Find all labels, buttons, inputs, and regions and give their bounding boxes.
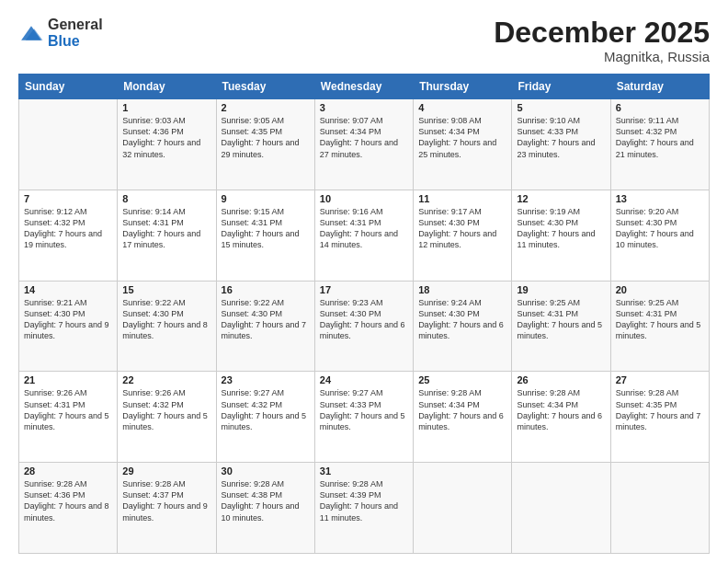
logo-text: General Blue bbox=[48, 17, 103, 49]
calendar-cell: 10Sunrise: 9:16 AMSunset: 4:31 PMDayligh… bbox=[314, 190, 413, 281]
logo-icon bbox=[18, 20, 44, 46]
calendar-cell bbox=[19, 99, 118, 190]
calendar-cell: 12Sunrise: 9:19 AMSunset: 4:30 PMDayligh… bbox=[512, 190, 610, 281]
month-title: December 2025 bbox=[494, 17, 710, 49]
calendar-cell: 31Sunrise: 9:28 AMSunset: 4:39 PMDayligh… bbox=[314, 463, 413, 554]
day-number: 5 bbox=[517, 102, 605, 113]
header-row: SundayMondayTuesdayWednesdayThursdayFrid… bbox=[19, 75, 710, 99]
calendar-cell: 3Sunrise: 9:07 AMSunset: 4:34 PMDaylight… bbox=[314, 99, 413, 190]
week-row-2: 7Sunrise: 9:12 AMSunset: 4:32 PMDaylight… bbox=[19, 190, 710, 281]
day-number: 31 bbox=[320, 465, 408, 477]
calendar-cell: 7Sunrise: 9:12 AMSunset: 4:32 PMDaylight… bbox=[19, 190, 118, 281]
day-info: Sunrise: 9:22 AMSunset: 4:30 PMDaylight:… bbox=[222, 297, 310, 342]
calendar-cell: 15Sunrise: 9:22 AMSunset: 4:30 PMDayligh… bbox=[118, 281, 216, 372]
day-info: Sunrise: 9:16 AMSunset: 4:31 PMDaylight:… bbox=[320, 206, 408, 251]
calendar-body: 1Sunrise: 9:03 AMSunset: 4:36 PMDaylight… bbox=[19, 99, 710, 554]
calendar-cell: 30Sunrise: 9:28 AMSunset: 4:38 PMDayligh… bbox=[216, 463, 314, 554]
day-info: Sunrise: 9:22 AMSunset: 4:30 PMDaylight:… bbox=[122, 297, 210, 342]
day-info: Sunrise: 9:26 AMSunset: 4:32 PMDaylight:… bbox=[122, 387, 210, 432]
day-info: Sunrise: 9:12 AMSunset: 4:32 PMDaylight:… bbox=[24, 206, 112, 251]
day-info: Sunrise: 9:26 AMSunset: 4:31 PMDaylight:… bbox=[24, 387, 112, 432]
day-number: 1 bbox=[122, 102, 210, 113]
calendar-cell: 20Sunrise: 9:25 AMSunset: 4:31 PMDayligh… bbox=[610, 281, 709, 372]
week-row-4: 21Sunrise: 9:26 AMSunset: 4:31 PMDayligh… bbox=[19, 372, 710, 463]
calendar-cell: 5Sunrise: 9:10 AMSunset: 4:33 PMDaylight… bbox=[512, 99, 610, 190]
calendar-table: SundayMondayTuesdayWednesdayThursdayFrid… bbox=[18, 74, 710, 554]
day-of-week-wednesday: Wednesday bbox=[314, 75, 413, 99]
logo: General Blue bbox=[18, 17, 103, 49]
day-number: 11 bbox=[418, 193, 506, 204]
day-number: 9 bbox=[222, 193, 310, 204]
day-info: Sunrise: 9:27 AMSunset: 4:32 PMDaylight:… bbox=[222, 387, 310, 432]
calendar-cell: 23Sunrise: 9:27 AMSunset: 4:32 PMDayligh… bbox=[216, 372, 314, 463]
week-row-3: 14Sunrise: 9:21 AMSunset: 4:30 PMDayligh… bbox=[19, 281, 710, 372]
day-number: 7 bbox=[24, 193, 112, 204]
day-info: Sunrise: 9:19 AMSunset: 4:30 PMDaylight:… bbox=[517, 206, 605, 251]
calendar-cell: 27Sunrise: 9:28 AMSunset: 4:35 PMDayligh… bbox=[610, 372, 709, 463]
calendar-cell: 11Sunrise: 9:17 AMSunset: 4:30 PMDayligh… bbox=[414, 190, 512, 281]
day-number: 15 bbox=[122, 284, 210, 295]
day-number: 23 bbox=[222, 374, 310, 385]
day-number: 22 bbox=[122, 374, 210, 385]
calendar-cell: 24Sunrise: 9:27 AMSunset: 4:33 PMDayligh… bbox=[314, 372, 413, 463]
day-info: Sunrise: 9:10 AMSunset: 4:33 PMDaylight:… bbox=[517, 115, 605, 160]
day-info: Sunrise: 9:24 AMSunset: 4:30 PMDaylight:… bbox=[418, 297, 506, 342]
day-number: 28 bbox=[24, 465, 112, 477]
calendar-cell: 9Sunrise: 9:15 AMSunset: 4:31 PMDaylight… bbox=[216, 190, 314, 281]
calendar-cell: 18Sunrise: 9:24 AMSunset: 4:30 PMDayligh… bbox=[414, 281, 512, 372]
calendar-cell: 17Sunrise: 9:23 AMSunset: 4:30 PMDayligh… bbox=[314, 281, 413, 372]
location: Magnitka, Russia bbox=[494, 49, 710, 64]
calendar-cell: 1Sunrise: 9:03 AMSunset: 4:36 PMDaylight… bbox=[118, 99, 216, 190]
day-number: 18 bbox=[418, 284, 506, 295]
day-of-week-monday: Monday bbox=[118, 75, 216, 99]
day-info: Sunrise: 9:28 AMSunset: 4:34 PMDaylight:… bbox=[517, 387, 605, 432]
day-info: Sunrise: 9:20 AMSunset: 4:30 PMDaylight:… bbox=[616, 206, 704, 251]
day-number: 8 bbox=[122, 193, 210, 204]
day-number: 16 bbox=[222, 284, 310, 295]
day-info: Sunrise: 9:15 AMSunset: 4:31 PMDaylight:… bbox=[222, 206, 310, 251]
day-of-week-friday: Friday bbox=[512, 75, 610, 99]
day-number: 29 bbox=[122, 465, 210, 477]
day-number: 27 bbox=[616, 374, 704, 385]
calendar-cell bbox=[414, 463, 512, 554]
day-number: 3 bbox=[320, 102, 408, 113]
calendar-cell: 6Sunrise: 9:11 AMSunset: 4:32 PMDaylight… bbox=[610, 99, 709, 190]
calendar-cell bbox=[610, 463, 709, 554]
title-block: December 2025 Magnitka, Russia bbox=[494, 17, 710, 64]
day-info: Sunrise: 9:28 AMSunset: 4:37 PMDaylight:… bbox=[122, 478, 210, 523]
calendar-cell bbox=[512, 463, 610, 554]
calendar-header: SundayMondayTuesdayWednesdayThursdayFrid… bbox=[19, 75, 710, 99]
calendar-cell: 14Sunrise: 9:21 AMSunset: 4:30 PMDayligh… bbox=[19, 281, 118, 372]
calendar-cell: 16Sunrise: 9:22 AMSunset: 4:30 PMDayligh… bbox=[216, 281, 314, 372]
day-number: 25 bbox=[418, 374, 506, 385]
logo-general-text: General bbox=[48, 17, 103, 32]
header: General Blue December 2025 Magnitka, Rus… bbox=[18, 17, 710, 64]
day-info: Sunrise: 9:27 AMSunset: 4:33 PMDaylight:… bbox=[320, 387, 408, 432]
week-row-1: 1Sunrise: 9:03 AMSunset: 4:36 PMDaylight… bbox=[19, 99, 710, 190]
calendar-cell: 2Sunrise: 9:05 AMSunset: 4:35 PMDaylight… bbox=[216, 99, 314, 190]
day-number: 13 bbox=[616, 193, 704, 204]
day-of-week-tuesday: Tuesday bbox=[216, 75, 314, 99]
day-info: Sunrise: 9:28 AMSunset: 4:36 PMDaylight:… bbox=[24, 478, 112, 523]
day-info: Sunrise: 9:28 AMSunset: 4:39 PMDaylight:… bbox=[320, 478, 408, 523]
day-info: Sunrise: 9:21 AMSunset: 4:30 PMDaylight:… bbox=[24, 297, 112, 342]
day-number: 20 bbox=[616, 284, 704, 295]
logo-blue-text: Blue bbox=[48, 33, 80, 49]
day-info: Sunrise: 9:05 AMSunset: 4:35 PMDaylight:… bbox=[222, 115, 310, 160]
day-info: Sunrise: 9:03 AMSunset: 4:36 PMDaylight:… bbox=[122, 115, 210, 160]
calendar-cell: 19Sunrise: 9:25 AMSunset: 4:31 PMDayligh… bbox=[512, 281, 610, 372]
calendar-cell: 4Sunrise: 9:08 AMSunset: 4:34 PMDaylight… bbox=[414, 99, 512, 190]
day-of-week-sunday: Sunday bbox=[19, 75, 118, 99]
day-info: Sunrise: 9:25 AMSunset: 4:31 PMDaylight:… bbox=[616, 297, 704, 342]
day-info: Sunrise: 9:28 AMSunset: 4:35 PMDaylight:… bbox=[616, 387, 704, 432]
day-info: Sunrise: 9:28 AMSunset: 4:38 PMDaylight:… bbox=[222, 478, 310, 523]
day-info: Sunrise: 9:25 AMSunset: 4:31 PMDaylight:… bbox=[517, 297, 605, 342]
day-info: Sunrise: 9:28 AMSunset: 4:34 PMDaylight:… bbox=[418, 387, 506, 432]
day-number: 10 bbox=[320, 193, 408, 204]
calendar-cell: 26Sunrise: 9:28 AMSunset: 4:34 PMDayligh… bbox=[512, 372, 610, 463]
day-number: 24 bbox=[320, 374, 408, 385]
day-of-week-saturday: Saturday bbox=[610, 75, 709, 99]
calendar-cell: 29Sunrise: 9:28 AMSunset: 4:37 PMDayligh… bbox=[118, 463, 216, 554]
day-info: Sunrise: 9:07 AMSunset: 4:34 PMDaylight:… bbox=[320, 115, 408, 160]
day-info: Sunrise: 9:23 AMSunset: 4:30 PMDaylight:… bbox=[320, 297, 408, 342]
